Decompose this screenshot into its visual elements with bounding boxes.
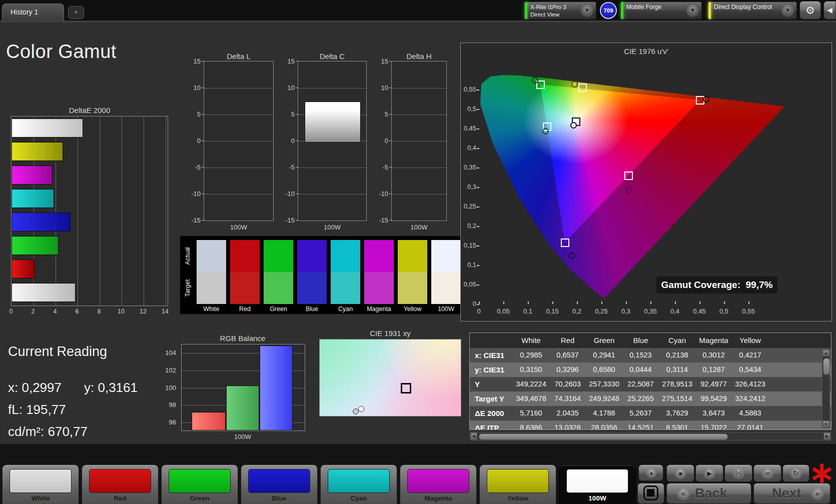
triangle-right-icon: ▶ bbox=[825, 434, 828, 438]
actual-swatch-white bbox=[197, 240, 226, 272]
rgb-bar-green bbox=[226, 386, 259, 430]
actual-swatch-100w bbox=[431, 240, 461, 272]
actual-swatch-green bbox=[264, 240, 293, 272]
gridline bbox=[204, 141, 273, 142]
step-pattern-button[interactable]: [+] bbox=[724, 464, 752, 482]
target-swatch-blue bbox=[297, 272, 327, 304]
table-hscrollbar[interactable]: ◀ ▶ bbox=[470, 432, 831, 440]
table-cell: 28,0356 bbox=[586, 420, 622, 430]
chevron-down-icon[interactable]: ▼ bbox=[581, 4, 593, 17]
meter-dropdown[interactable]: X-Rite i1Pro 3Direct View ▼ bbox=[524, 2, 596, 20]
page-title: Color Gamut bbox=[6, 41, 117, 62]
chevron-up-icon: ▲ bbox=[646, 468, 657, 478]
pattern-source-dropdown[interactable]: Mobile Forge ▼ bbox=[620, 2, 702, 20]
patch-button-yellow[interactable]: Yellow bbox=[479, 464, 556, 504]
axis-tick-label: 5 bbox=[186, 110, 201, 118]
table-cell: 0,0444 bbox=[622, 362, 659, 377]
patch-button-blue[interactable]: Blue bbox=[241, 464, 318, 504]
add-tab-button[interactable]: + bbox=[68, 6, 84, 19]
tick-mark bbox=[296, 88, 298, 88]
patch-button-magenta[interactable]: Magenta bbox=[400, 464, 477, 504]
axis-tick-label: 10 bbox=[116, 308, 126, 315]
scroll-up-button[interactable]: ▲ bbox=[822, 350, 829, 356]
table-cell: 25,2265 bbox=[622, 392, 659, 406]
tick-mark bbox=[202, 167, 204, 168]
scroll-left-button[interactable]: ◀ bbox=[470, 432, 477, 440]
axis-tick-label: -5 bbox=[280, 164, 295, 171]
display-control-dropdown[interactable]: Direct Display Control ▼ bbox=[708, 2, 797, 20]
reading-x: x: 0,2997 bbox=[8, 380, 62, 396]
tab-history-1[interactable]: History 1 bbox=[2, 4, 64, 20]
next-button[interactable]: Next » bbox=[753, 483, 830, 504]
tick-mark bbox=[202, 140, 204, 141]
gamut-coverage-value: 99,7% bbox=[746, 280, 773, 290]
tick-mark bbox=[202, 194, 204, 194]
table-cell: 8,5301 bbox=[659, 420, 695, 430]
rgb-balance-y-axis: 1041021009896 bbox=[161, 344, 178, 430]
rgb-balance-plot bbox=[181, 344, 305, 431]
stop-button[interactable]: ■ bbox=[666, 464, 694, 482]
table-cell: 257,3330 bbox=[586, 377, 622, 392]
patch-button-100w[interactable]: 100W bbox=[559, 464, 636, 504]
tick-mark bbox=[202, 114, 204, 114]
gridline bbox=[392, 141, 446, 142]
patch-button-cyan[interactable]: Cyan bbox=[320, 464, 397, 504]
table-cell: 0,3296 bbox=[549, 362, 586, 377]
axis-tick-label: 0 bbox=[280, 137, 295, 144]
table-row: Target Y349,467874,3164249,924825,226527… bbox=[470, 392, 831, 406]
table-cell: 70,2603 bbox=[549, 377, 586, 392]
chevron-down-icon[interactable]: ▼ bbox=[781, 4, 794, 17]
row-label: ΔE 2000 bbox=[475, 406, 515, 420]
pattern-options-up-button[interactable]: ▲ bbox=[638, 464, 663, 481]
column-header-magenta: Magenta bbox=[695, 333, 732, 348]
settings-button[interactable]: ⚙ bbox=[799, 1, 821, 20]
deltae2000-plot bbox=[11, 116, 168, 306]
patch-button-green[interactable]: Green bbox=[161, 464, 238, 504]
measured-marker-yellow bbox=[571, 81, 578, 88]
hscroll-thumb[interactable] bbox=[479, 434, 728, 440]
window-size-button[interactable] bbox=[637, 483, 664, 504]
top-bar: History 1 + X-Rite i1Pro 3Direct View ▼ … bbox=[0, 0, 836, 20]
measurement-table: WhiteRedGreenBlueCyanMagentaYellowx: CIE… bbox=[470, 333, 831, 430]
stop-icon: ■ bbox=[674, 468, 686, 480]
gridline bbox=[392, 88, 446, 88]
chart-delta_c: Delta C151050-5-10-15100W bbox=[298, 52, 367, 232]
column-header-green: Green bbox=[586, 333, 622, 348]
axis-tick-label: 5 bbox=[280, 110, 295, 118]
collapse-panel-button[interactable]: ◀ bbox=[823, 1, 836, 20]
row-label: Y bbox=[475, 377, 515, 392]
target-swatch-red bbox=[230, 272, 260, 304]
table-cell: 0,1523 bbox=[622, 348, 659, 362]
table-cell: 8,6386 bbox=[513, 420, 549, 430]
actual-swatch-magenta bbox=[364, 240, 394, 272]
chevron-down-icon[interactable]: ▼ bbox=[686, 4, 699, 17]
refresh-button[interactable]: ↻ bbox=[782, 464, 809, 482]
deltae-bar-red bbox=[12, 260, 35, 278]
cie1976-markers bbox=[479, 66, 799, 304]
play-button[interactable]: ▶ bbox=[695, 464, 723, 482]
refresh-icon: ↻ bbox=[790, 468, 802, 480]
axis-tick-label: 15 bbox=[373, 58, 388, 65]
patch-button-red[interactable]: Red bbox=[82, 464, 159, 504]
table-cell: 0,3150 bbox=[513, 362, 549, 377]
axis-tick-label: 100 bbox=[161, 384, 176, 392]
triangle-up-icon: ▲ bbox=[824, 351, 828, 356]
scroll-right-button[interactable]: ▶ bbox=[823, 432, 830, 440]
scroll-down-button[interactable]: ▼ bbox=[822, 420, 829, 428]
swatch-row-label-target: Target bbox=[184, 272, 192, 304]
axis-tick-label: 15 bbox=[280, 58, 295, 65]
back-button[interactable]: « Back bbox=[666, 483, 751, 504]
colorspace-709-badge[interactable]: 709 bbox=[600, 2, 617, 19]
table-vscrollbar[interactable]: ▲ ▼ bbox=[822, 349, 830, 428]
vscroll-thumb[interactable] bbox=[823, 358, 830, 375]
tick-mark bbox=[202, 61, 204, 62]
table-cell: 27,0141 bbox=[732, 420, 768, 430]
divider bbox=[0, 20, 836, 22]
loop-button[interactable]: ∞ bbox=[753, 464, 781, 482]
measured-marker-red bbox=[703, 96, 709, 102]
plot-area bbox=[204, 61, 274, 221]
axis-tick-label: 98 bbox=[161, 401, 176, 408]
chart-title: Delta L bbox=[204, 52, 274, 60]
patch-button-white[interactable]: White bbox=[2, 464, 79, 504]
patch-label: Green bbox=[162, 494, 238, 502]
